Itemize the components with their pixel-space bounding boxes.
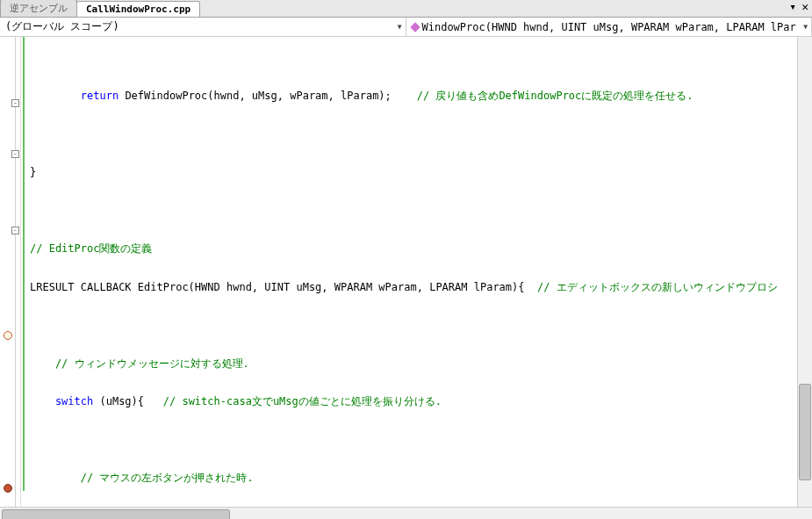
fold-toggle[interactable]: - — [11, 99, 19, 107]
tab-source-file[interactable]: CallWindowProc.cpp — [76, 1, 200, 17]
navigation-bar: (グローバル スコープ) ▼ WindowProc(HWND hwnd, UIN… — [0, 18, 812, 37]
tab-bar: 逆アセンブル CallWindowProc.cpp ▾ ✕ — [0, 0, 812, 18]
method-icon — [410, 22, 420, 32]
dropdown-icon[interactable]: ▾ — [789, 0, 796, 14]
function-label: WindowProc(HWND hwnd, UINT uMsg, WPARAM … — [422, 21, 796, 33]
breakpoint-marker[interactable] — [4, 484, 12, 493]
code-editor[interactable]: return DefWindowProc(hwnd, uMsg, wParam,… — [21, 37, 797, 507]
function-dropdown[interactable]: WindowProc(HWND hwnd, UINT uMsg, WPARAM … — [406, 18, 813, 36]
gutter[interactable]: - - - — [0, 37, 21, 507]
chevron-down-icon: ▼ — [803, 23, 808, 31]
scope-label: (グローバル スコープ) — [5, 19, 119, 34]
tab-disassembly[interactable]: 逆アセンブル — [0, 0, 77, 17]
pane-controls: ▾ ✕ — [789, 0, 808, 14]
close-icon[interactable]: ✕ — [801, 0, 808, 14]
scroll-thumb[interactable] — [2, 509, 230, 520]
fold-toggle[interactable]: - — [11, 150, 19, 158]
scroll-thumb[interactable] — [799, 384, 811, 480]
breakpoint-marker[interactable] — [4, 331, 12, 340]
vertical-scrollbar[interactable] — [797, 37, 812, 507]
editor-area: - - - return DefWindowProc(hwnd, uMsg, w… — [0, 37, 812, 507]
fold-toggle[interactable]: - — [11, 227, 19, 234]
chevron-down-icon: ▼ — [398, 23, 402, 31]
outline-bar — [15, 37, 16, 507]
horizontal-scrollbar[interactable] — [0, 507, 812, 519]
scope-indicator — [23, 37, 25, 491]
scope-dropdown[interactable]: (グローバル スコープ) ▼ — [0, 18, 406, 36]
